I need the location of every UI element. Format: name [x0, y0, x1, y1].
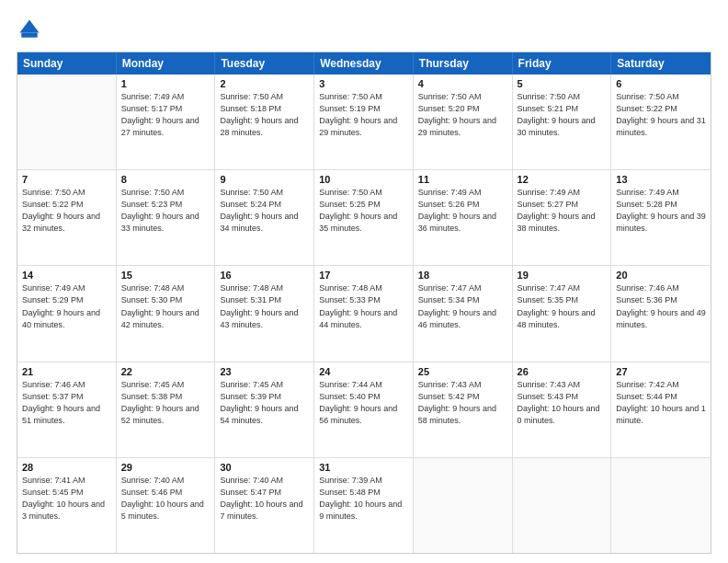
day-number: 7 [22, 174, 111, 185]
day-number: 6 [616, 78, 706, 89]
calendar-row-4: 21Sunrise: 7:46 AMSunset: 5:37 PMDayligh… [17, 362, 711, 458]
cell-info: Sunrise: 7:42 AMSunset: 5:44 PMDaylight:… [616, 379, 706, 427]
cell-info: Sunrise: 7:49 AMSunset: 5:28 PMDaylight:… [616, 187, 706, 235]
day-number: 27 [616, 366, 706, 377]
calendar-cell: 20Sunrise: 7:46 AMSunset: 5:36 PMDayligh… [611, 266, 711, 361]
day-number: 17 [319, 270, 408, 281]
calendar-cell: 17Sunrise: 7:48 AMSunset: 5:33 PMDayligh… [314, 266, 414, 361]
cell-info: Sunrise: 7:44 AMSunset: 5:40 PMDaylight:… [319, 379, 408, 427]
day-number: 18 [418, 270, 507, 281]
calendar-cell: 16Sunrise: 7:48 AMSunset: 5:31 PMDayligh… [215, 266, 314, 361]
cell-info: Sunrise: 7:41 AMSunset: 5:45 PMDaylight:… [22, 475, 111, 523]
calendar-cell: 9Sunrise: 7:50 AMSunset: 5:24 PMDaylight… [215, 170, 314, 265]
calendar-cell: 31Sunrise: 7:39 AMSunset: 5:48 PMDayligh… [314, 458, 414, 553]
svg-marker-0 [20, 20, 40, 33]
calendar-cell: 21Sunrise: 7:46 AMSunset: 5:37 PMDayligh… [17, 362, 117, 457]
logo-icon [17, 17, 42, 42]
calendar-cell: 26Sunrise: 7:43 AMSunset: 5:43 PMDayligh… [513, 362, 612, 457]
calendar-cell [513, 458, 612, 553]
day-number: 16 [220, 270, 309, 281]
cell-info: Sunrise: 7:50 AMSunset: 5:19 PMDaylight:… [319, 91, 408, 139]
calendar-cell: 3Sunrise: 7:50 AMSunset: 5:19 PMDaylight… [314, 75, 414, 169]
cell-info: Sunrise: 7:48 AMSunset: 5:31 PMDaylight:… [220, 282, 309, 330]
day-number: 11 [418, 174, 507, 185]
calendar-row-2: 7Sunrise: 7:50 AMSunset: 5:22 PMDaylight… [17, 170, 711, 266]
header-cell-thursday: Thursday [414, 52, 513, 75]
calendar-cell: 6Sunrise: 7:50 AMSunset: 5:22 PMDaylight… [611, 75, 711, 169]
calendar-cell: 8Sunrise: 7:50 AMSunset: 5:23 PMDaylight… [117, 170, 216, 265]
day-number: 26 [518, 366, 607, 377]
calendar-cell: 23Sunrise: 7:45 AMSunset: 5:39 PMDayligh… [215, 362, 314, 457]
day-number: 21 [22, 366, 111, 377]
day-number: 12 [518, 174, 607, 185]
cell-info: Sunrise: 7:40 AMSunset: 5:46 PMDaylight:… [121, 475, 210, 523]
calendar-body: 1Sunrise: 7:49 AMSunset: 5:17 PMDaylight… [17, 75, 711, 553]
calendar-cell: 25Sunrise: 7:43 AMSunset: 5:42 PMDayligh… [414, 362, 513, 457]
calendar-cell: 14Sunrise: 7:49 AMSunset: 5:29 PMDayligh… [17, 266, 117, 361]
calendar-cell: 27Sunrise: 7:42 AMSunset: 5:44 PMDayligh… [611, 362, 711, 457]
cell-info: Sunrise: 7:50 AMSunset: 5:24 PMDaylight:… [220, 187, 309, 235]
day-number: 8 [121, 174, 210, 185]
day-number: 10 [319, 174, 408, 185]
logo [17, 17, 46, 42]
day-number: 30 [220, 462, 309, 473]
calendar-cell: 19Sunrise: 7:47 AMSunset: 5:35 PMDayligh… [513, 266, 612, 361]
header-cell-monday: Monday [117, 52, 216, 75]
cell-info: Sunrise: 7:49 AMSunset: 5:27 PMDaylight:… [518, 187, 607, 235]
page: SundayMondayTuesdayWednesdayThursdayFrid… [0, 0, 728, 563]
cell-info: Sunrise: 7:39 AMSunset: 5:48 PMDaylight:… [319, 475, 408, 523]
cell-info: Sunrise: 7:45 AMSunset: 5:39 PMDaylight:… [220, 379, 309, 427]
calendar-cell: 30Sunrise: 7:40 AMSunset: 5:47 PMDayligh… [215, 458, 314, 553]
calendar-cell [414, 458, 513, 553]
calendar-cell: 18Sunrise: 7:47 AMSunset: 5:34 PMDayligh… [414, 266, 513, 361]
header-cell-saturday: Saturday [611, 52, 711, 75]
day-number: 24 [319, 366, 408, 377]
day-number: 23 [220, 366, 309, 377]
header [17, 17, 711, 42]
calendar-cell: 28Sunrise: 7:41 AMSunset: 5:45 PMDayligh… [17, 458, 117, 553]
day-number: 9 [220, 174, 309, 185]
calendar-cell: 11Sunrise: 7:49 AMSunset: 5:26 PMDayligh… [414, 170, 513, 265]
cell-info: Sunrise: 7:50 AMSunset: 5:22 PMDaylight:… [616, 91, 706, 139]
day-number: 4 [418, 78, 507, 89]
calendar-cell: 1Sunrise: 7:49 AMSunset: 5:17 PMDaylight… [117, 75, 216, 169]
day-number: 1 [121, 78, 210, 89]
cell-info: Sunrise: 7:40 AMSunset: 5:47 PMDaylight:… [220, 475, 309, 523]
header-cell-friday: Friday [513, 52, 612, 75]
day-number: 3 [319, 78, 408, 89]
day-number: 25 [418, 366, 507, 377]
calendar-cell: 10Sunrise: 7:50 AMSunset: 5:25 PMDayligh… [314, 170, 414, 265]
calendar-cell: 22Sunrise: 7:45 AMSunset: 5:38 PMDayligh… [117, 362, 216, 457]
header-cell-sunday: Sunday [17, 52, 117, 75]
calendar: SundayMondayTuesdayWednesdayThursdayFrid… [17, 52, 711, 554]
svg-rect-1 [21, 33, 38, 38]
day-number: 13 [616, 174, 706, 185]
cell-info: Sunrise: 7:50 AMSunset: 5:18 PMDaylight:… [220, 91, 309, 139]
calendar-cell: 2Sunrise: 7:50 AMSunset: 5:18 PMDaylight… [215, 75, 314, 169]
cell-info: Sunrise: 7:49 AMSunset: 5:17 PMDaylight:… [121, 91, 210, 139]
day-number: 2 [220, 78, 309, 89]
cell-info: Sunrise: 7:46 AMSunset: 5:36 PMDaylight:… [616, 282, 706, 330]
calendar-cell: 29Sunrise: 7:40 AMSunset: 5:46 PMDayligh… [117, 458, 216, 553]
cell-info: Sunrise: 7:46 AMSunset: 5:37 PMDaylight:… [22, 379, 111, 427]
calendar-row-3: 14Sunrise: 7:49 AMSunset: 5:29 PMDayligh… [17, 266, 711, 362]
cell-info: Sunrise: 7:43 AMSunset: 5:42 PMDaylight:… [418, 379, 507, 427]
cell-info: Sunrise: 7:50 AMSunset: 5:22 PMDaylight:… [22, 187, 111, 235]
calendar-cell: 12Sunrise: 7:49 AMSunset: 5:27 PMDayligh… [513, 170, 612, 265]
cell-info: Sunrise: 7:48 AMSunset: 5:33 PMDaylight:… [319, 282, 408, 330]
day-number: 20 [616, 270, 706, 281]
calendar-row-1: 1Sunrise: 7:49 AMSunset: 5:17 PMDaylight… [17, 75, 711, 170]
cell-info: Sunrise: 7:47 AMSunset: 5:34 PMDaylight:… [418, 282, 507, 330]
calendar-cell: 13Sunrise: 7:49 AMSunset: 5:28 PMDayligh… [611, 170, 711, 265]
cell-info: Sunrise: 7:45 AMSunset: 5:38 PMDaylight:… [121, 379, 210, 427]
calendar-cell: 5Sunrise: 7:50 AMSunset: 5:21 PMDaylight… [513, 75, 612, 169]
calendar-cell: 4Sunrise: 7:50 AMSunset: 5:20 PMDaylight… [414, 75, 513, 169]
cell-info: Sunrise: 7:43 AMSunset: 5:43 PMDaylight:… [518, 379, 607, 427]
day-number: 15 [121, 270, 210, 281]
calendar-cell: 15Sunrise: 7:48 AMSunset: 5:30 PMDayligh… [117, 266, 216, 361]
day-number: 31 [319, 462, 408, 473]
cell-info: Sunrise: 7:48 AMSunset: 5:30 PMDaylight:… [121, 282, 210, 330]
calendar-cell: 7Sunrise: 7:50 AMSunset: 5:22 PMDaylight… [17, 170, 117, 265]
day-number: 29 [121, 462, 210, 473]
day-number: 19 [518, 270, 607, 281]
